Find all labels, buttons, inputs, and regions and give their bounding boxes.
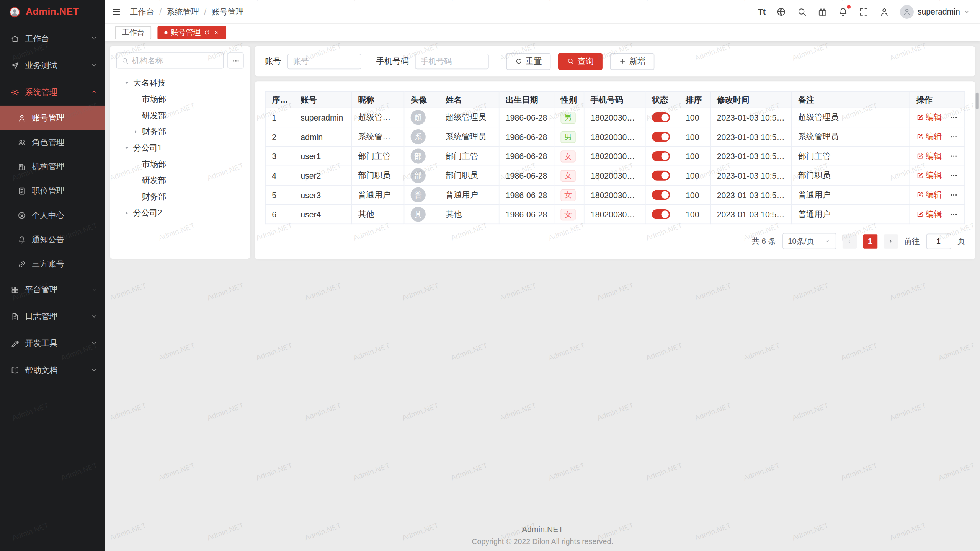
- cell-index: 1: [265, 108, 294, 127]
- tree-node-finance-dept-2[interactable]: 财务部: [116, 189, 244, 205]
- tree-node-rd-dept-2[interactable]: 研发部: [116, 173, 244, 189]
- table-row[interactable]: 3user1部门主管部部门主管1986-06-28女18020030720100…: [265, 147, 965, 166]
- cell-account: admin: [294, 127, 351, 147]
- sidebar-item-platform-mgmt[interactable]: 平台管理: [0, 276, 105, 303]
- row-more-icon[interactable]: [949, 210, 958, 219]
- sidebar-subitem-profile-center[interactable]: 个人中心: [0, 203, 105, 228]
- table-row[interactable]: 6user4其他其其他1986-06-28女180200307201002023…: [265, 205, 965, 224]
- col-header-phone: 手机号码: [584, 91, 645, 108]
- sidebar-item-help-docs[interactable]: 帮助文档: [0, 357, 105, 383]
- row-more-icon[interactable]: [949, 191, 958, 199]
- locale-icon[interactable]: [776, 7, 786, 16]
- status-toggle[interactable]: [652, 209, 670, 219]
- table-row[interactable]: 5user3普通用户普普通用户1986-06-28女18020030720100…: [265, 185, 965, 205]
- edit-button[interactable]: 编辑: [916, 170, 942, 181]
- status-toggle[interactable]: [652, 132, 670, 142]
- sidebar-item-log-mgmt[interactable]: 日志管理: [0, 303, 105, 330]
- tab-refresh-icon[interactable]: [204, 29, 210, 36]
- sidebar-subitem-notice[interactable]: 通知公告: [0, 227, 105, 252]
- cell-gender: 女: [554, 205, 584, 224]
- org-search-input[interactable]: [132, 56, 219, 65]
- tree-node-daming-tech[interactable]: 大名科技: [116, 75, 244, 91]
- tree-node-finance-dept-1[interactable]: 财务部: [116, 124, 244, 140]
- sidebar-subitem-third-party-account[interactable]: 三方账号: [0, 252, 105, 276]
- tree-caret-icon[interactable]: [122, 144, 131, 153]
- tab-0[interactable]: 工作台: [115, 26, 151, 39]
- sidebar-item-business-test[interactable]: 业务测试: [0, 52, 105, 79]
- next-page-button[interactable]: [884, 234, 898, 248]
- accounts-table: 序号账号昵称头像姓名出生日期性别手机号码状态排序修改时间备注操作 1supera…: [265, 91, 965, 224]
- scrollbar-thumb[interactable]: [976, 93, 979, 109]
- account-input[interactable]: [287, 54, 361, 69]
- tab-close-icon[interactable]: [213, 29, 219, 36]
- breadcrumb-item[interactable]: 账号管理: [211, 6, 244, 17]
- col-header-gender: 性别: [554, 91, 584, 108]
- status-toggle[interactable]: [652, 152, 670, 161]
- table-row[interactable]: 4user2部门职员部部门职员1986-06-28女18020030720100…: [265, 166, 965, 185]
- edit-button[interactable]: 编辑: [916, 209, 942, 220]
- status-toggle[interactable]: [652, 190, 670, 200]
- add-button[interactable]: 新增: [610, 53, 654, 70]
- cell-phone: 18020030720: [584, 185, 645, 205]
- search-button[interactable]: 查询: [558, 53, 603, 70]
- tree-node-label: 分公司2: [133, 207, 162, 218]
- sidebar-item-workbench[interactable]: 工作台: [0, 25, 105, 52]
- goto-page-input[interactable]: [926, 233, 951, 249]
- search-icon[interactable]: [797, 7, 807, 16]
- cell-avatar: 超: [404, 108, 439, 127]
- tree-node-branch-1[interactable]: 分公司1: [116, 140, 244, 156]
- edit-button[interactable]: 编辑: [916, 112, 942, 123]
- tree-node-market-dept-2[interactable]: 市场部: [116, 156, 244, 172]
- tree-caret-spacer: [131, 160, 140, 169]
- user-menu[interactable]: superadmin: [900, 5, 970, 18]
- notification-bell[interactable]: [838, 7, 848, 16]
- row-more-icon[interactable]: [949, 152, 958, 161]
- fullscreen-icon[interactable]: [859, 7, 869, 16]
- page-number-button[interactable]: 1: [863, 234, 877, 248]
- tree-caret-icon[interactable]: [122, 79, 131, 88]
- cell-birthdate: 1986-06-28: [499, 185, 554, 205]
- cell-remark: 系统管理员: [792, 127, 910, 147]
- edit-button[interactable]: 编辑: [916, 150, 942, 161]
- table-row[interactable]: 1superadmin超级管理员超超级管理员1986-06-28男1802003…: [265, 108, 965, 127]
- font-size-icon[interactable]: Tt: [758, 7, 766, 16]
- send-icon: [11, 61, 20, 70]
- tree-caret-icon[interactable]: [131, 127, 140, 136]
- reset-button[interactable]: 重置: [506, 53, 550, 70]
- prev-page-button[interactable]: [842, 234, 857, 248]
- user-icon[interactable]: [879, 7, 889, 16]
- row-more-icon[interactable]: [949, 171, 958, 180]
- breadcrumb-item[interactable]: 工作台: [130, 6, 155, 17]
- phone-input[interactable]: [415, 54, 489, 69]
- edit-button[interactable]: 编辑: [916, 131, 942, 142]
- table-row[interactable]: 2admin系统管理员系系统管理员1986-06-28男180200307201…: [265, 127, 965, 147]
- sidebar-subitem-position-mgmt[interactable]: 职位管理: [0, 179, 105, 203]
- status-toggle[interactable]: [652, 171, 670, 181]
- tree-node-branch-2[interactable]: 分公司2: [116, 205, 244, 221]
- sidebar-item-system-mgmt[interactable]: 系统管理: [0, 79, 105, 106]
- col-header-modified: 修改时间: [710, 91, 792, 108]
- theme-skin-icon[interactable]: [818, 7, 828, 16]
- tree-node-rd-dept-1[interactable]: 研发部: [116, 108, 244, 124]
- row-more-icon[interactable]: [949, 132, 958, 141]
- sidebar-subitem-account-mgmt[interactable]: 账号管理: [0, 106, 105, 130]
- sidebar-subitem-role-mgmt[interactable]: 角色管理: [0, 130, 105, 155]
- menu-collapse-icon[interactable]: [111, 7, 121, 16]
- tab-1[interactable]: 账号管理: [157, 26, 226, 39]
- cell-modified: 2023-01-03 10:59:44: [710, 108, 792, 127]
- tree-caret-spacer: [131, 95, 140, 104]
- org-more-button[interactable]: [227, 52, 243, 68]
- cell-account: superadmin: [294, 108, 351, 127]
- tree-node-market-dept-1[interactable]: 市场部: [116, 91, 244, 107]
- sidebar-subitem-org-mgmt[interactable]: 机构管理: [0, 154, 105, 179]
- sidebar-subitem-label: 角色管理: [32, 137, 64, 148]
- sidebar-item-dev-tools[interactable]: 开发工具: [0, 330, 105, 357]
- main-area: 工作台/系统管理/账号管理 Tt superadmin: [105, 0, 980, 551]
- row-more-icon[interactable]: [949, 113, 958, 122]
- page-size-select[interactable]: 10条/页: [782, 233, 836, 249]
- app-logo[interactable]: Admin.NET: [0, 0, 105, 24]
- status-toggle[interactable]: [652, 112, 670, 122]
- tree-caret-icon[interactable]: [122, 209, 131, 217]
- edit-button[interactable]: 编辑: [916, 189, 942, 201]
- breadcrumb-item[interactable]: 系统管理: [167, 6, 199, 17]
